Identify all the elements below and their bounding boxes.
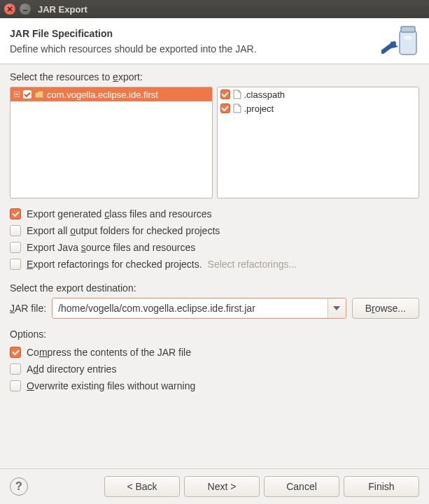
window-title: JAR Export — [38, 4, 87, 15]
export-option[interactable]: Export all output folders for checked pr… — [10, 222, 419, 239]
option-checkbox[interactable] — [10, 380, 21, 391]
jar-file-dropdown-button[interactable] — [328, 298, 346, 318]
export-option-checkbox[interactable] — [10, 259, 21, 270]
file-item-label: .classpath — [244, 89, 286, 100]
svg-rect-1 — [400, 31, 416, 55]
project-folder-icon — [34, 90, 44, 99]
resources-label: Select the resources to export: — [10, 71, 419, 82]
resource-files-panel[interactable]: .classpath.project — [217, 87, 420, 199]
jar-file-label: JAR file: — [10, 303, 46, 314]
page-title: JAR File Specification — [10, 28, 257, 39]
tree-item-label: com.vogella.eclipse.ide.first — [47, 89, 158, 100]
export-option[interactable]: Export refactorings for checked projects… — [10, 256, 419, 273]
tree-checkbox[interactable] — [23, 90, 31, 99]
help-button[interactable]: ? — [10, 477, 28, 496]
option-label: Overwrite existing files without warning — [27, 380, 195, 391]
jar-icon — [381, 24, 419, 59]
export-option-label: Export generated class files and resourc… — [27, 208, 212, 219]
export-option[interactable]: Export generated class files and resourc… — [10, 206, 419, 222]
option-label: Add directory entries — [27, 363, 116, 375]
wizard-header: JAR File Specification Define which reso… — [0, 18, 429, 64]
browse-button[interactable]: Browse... — [352, 298, 419, 319]
option-checkbox[interactable] — [10, 347, 21, 358]
page-subtitle: Define which resources should be exporte… — [10, 43, 257, 55]
option-item[interactable]: Compress the contents of the JAR file — [10, 344, 419, 361]
wizard-body: Select the resources to export: com.voge… — [0, 64, 429, 398]
cancel-button[interactable]: Cancel — [264, 476, 339, 497]
file-item[interactable]: .classpath — [218, 87, 419, 101]
export-option-checkbox[interactable] — [10, 225, 21, 236]
svg-point-3 — [404, 36, 412, 40]
refactorings-link: Select refactorings... — [208, 259, 297, 270]
next-button[interactable]: Next > — [184, 476, 260, 497]
window-minimize-button[interactable] — [20, 3, 31, 15]
file-icon — [233, 89, 241, 99]
options-label: Options: — [10, 329, 419, 340]
window-close-button[interactable] — [4, 3, 15, 15]
export-option-label: Export Java source files and resources — [27, 242, 195, 253]
file-item-label: .project — [244, 103, 274, 114]
resource-tree-panel[interactable]: com.vogella.eclipse.ide.first — [10, 87, 213, 199]
svg-rect-2 — [401, 27, 415, 32]
back-button[interactable]: < Back — [104, 476, 180, 497]
destination-label: Select the export destination: — [10, 282, 419, 294]
tree-expander-icon[interactable] — [13, 91, 20, 98]
option-label: Compress the contents of the JAR file — [27, 347, 191, 358]
option-item[interactable]: Overwrite existing files without warning — [10, 377, 419, 394]
export-option-checkbox[interactable] — [10, 208, 21, 219]
export-option-checkbox[interactable] — [10, 242, 21, 253]
file-checkbox[interactable] — [220, 103, 230, 113]
svg-marker-5 — [333, 306, 340, 310]
file-item[interactable]: .project — [218, 101, 419, 115]
export-option[interactable]: Export Java source files and resources — [10, 239, 419, 256]
jar-file-input[interactable] — [52, 298, 328, 318]
file-checkbox[interactable] — [220, 89, 230, 99]
file-icon — [233, 103, 241, 113]
export-option-label: Export refactorings for checked projects… — [27, 259, 202, 270]
jar-file-combo[interactable] — [52, 298, 346, 319]
option-item[interactable]: Add directory entries — [10, 361, 419, 377]
option-checkbox[interactable] — [10, 363, 21, 375]
titlebar: JAR Export — [0, 0, 429, 18]
finish-button[interactable]: Finish — [344, 476, 419, 497]
tree-item[interactable]: com.vogella.eclipse.ide.first — [10, 87, 212, 101]
export-option-label: Export all output folders for checked pr… — [27, 225, 220, 236]
wizard-footer: ? < Back Next > Cancel Finish — [0, 468, 429, 504]
